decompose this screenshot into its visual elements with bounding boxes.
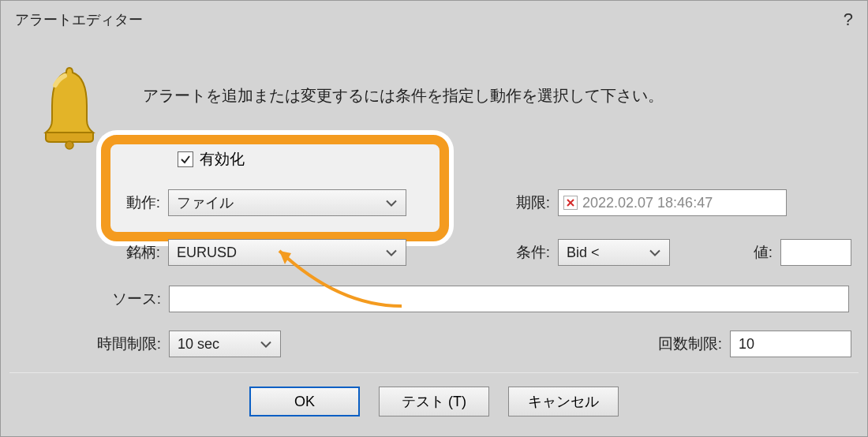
svg-point-0 — [65, 141, 73, 149]
iterations-label: 回数制限: — [647, 334, 730, 354]
expiry-value: 2022.02.07 18:46:47 — [582, 195, 713, 211]
value-input[interactable] — [780, 239, 851, 266]
expiry-label: 期限: — [503, 192, 558, 213]
condition-select[interactable]: Bid < — [558, 239, 670, 266]
iterations-input[interactable]: 10 — [730, 331, 851, 357]
source-label: ソース: — [103, 289, 169, 309]
enable-checkbox[interactable] — [178, 151, 193, 167]
chevron-down-icon — [385, 245, 398, 261]
enable-label: 有効化 — [200, 149, 245, 170]
window-title: アラートエディター — [15, 10, 143, 29]
instruction-text: アラートを追加または変更するには条件を指定し動作を選択して下さい。 — [143, 85, 664, 106]
expiry-field[interactable]: 2022.02.07 18:46:47 — [558, 189, 787, 216]
symbol-label: 銘柄: — [117, 242, 168, 263]
value-label: 値: — [748, 242, 780, 263]
expiry-checkbox[interactable] — [563, 196, 578, 210]
action-select[interactable]: ファイル — [168, 189, 406, 216]
action-label: 動作: — [117, 192, 168, 213]
timeout-label: 時間制限: — [28, 334, 169, 354]
chevron-down-icon — [385, 195, 398, 211]
source-input[interactable] — [169, 286, 849, 312]
separator — [9, 372, 859, 373]
cancel-button[interactable]: キャンセル — [508, 387, 619, 416]
ok-button[interactable]: OK — [249, 387, 360, 416]
chevron-down-icon — [649, 245, 661, 261]
symbol-select[interactable]: EURUSD — [168, 239, 406, 266]
bell-icon — [41, 63, 98, 153]
help-icon[interactable]: ? — [844, 9, 853, 30]
timeout-select[interactable]: 10 sec — [169, 331, 281, 357]
condition-label: 条件: — [503, 242, 558, 263]
chevron-down-icon — [260, 336, 272, 353]
test-button[interactable]: テスト (T) — [379, 387, 489, 416]
